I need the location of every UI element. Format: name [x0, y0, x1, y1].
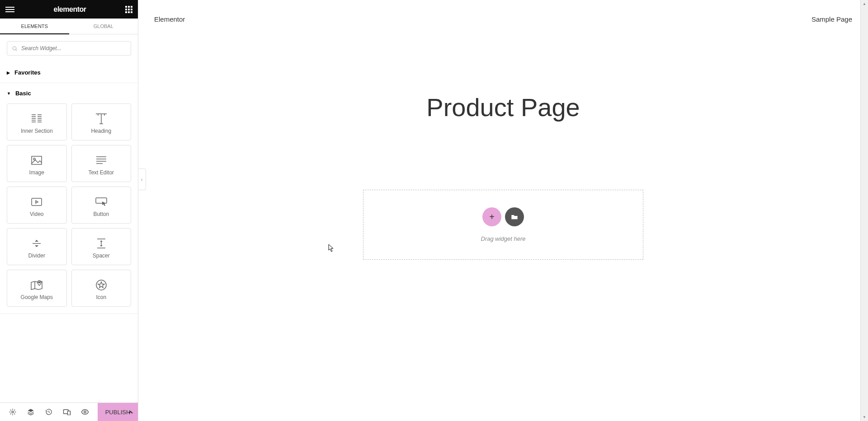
widget-label: Spacer: [93, 253, 110, 259]
svg-point-18: [33, 158, 35, 160]
page-title: Product Page: [138, 93, 868, 122]
svg-marker-24: [36, 201, 38, 203]
settings-icon[interactable]: [4, 403, 22, 421]
button-icon: [95, 193, 108, 211]
google-maps-icon: [30, 276, 43, 294]
divider-icon: [32, 234, 42, 253]
chevron-down-icon: ▼: [7, 91, 11, 96]
drop-text: Drag widget here: [481, 235, 526, 242]
widget-button[interactable]: Button: [71, 187, 132, 224]
svg-line-1: [16, 49, 17, 51]
chevron-up-icon[interactable]: [128, 409, 133, 416]
chevron-right-icon: ▶: [7, 70, 10, 75]
heading-icon: [95, 110, 108, 128]
svg-point-38: [12, 411, 14, 413]
svg-point-35: [39, 282, 40, 283]
history-icon[interactable]: [40, 403, 58, 421]
basic-label: Basic: [15, 90, 31, 97]
search-container: [0, 34, 138, 62]
sidebar-panel: elementor ELEMENTS GLOBAL ▶ Favorites ▼ …: [0, 0, 138, 421]
add-template-button[interactable]: [505, 207, 524, 226]
top-nav: Elementor Sample Page: [138, 0, 868, 38]
plus-icon: +: [489, 212, 495, 222]
tab-global[interactable]: GLOBAL: [69, 19, 138, 34]
scrollbar[interactable]: [860, 0, 868, 421]
basic-header[interactable]: ▼ Basic: [0, 83, 138, 103]
folder-icon: [511, 214, 518, 220]
widget-divider[interactable]: Divider: [7, 228, 67, 265]
widget-label: Heading: [91, 128, 111, 134]
nav-link-elementor[interactable]: Elementor: [154, 15, 185, 23]
widget-label: Google Maps: [21, 294, 53, 300]
search-box[interactable]: [7, 41, 131, 56]
logo: elementor: [54, 5, 86, 14]
category-favorites: ▶ Favorites: [0, 62, 138, 83]
widget-google-maps[interactable]: Google Maps: [7, 270, 67, 307]
sidebar-footer: PUBLISH: [0, 402, 138, 421]
widget-label: Icon: [96, 294, 106, 300]
publish-button[interactable]: PUBLISH: [98, 403, 138, 421]
widget-label: Divider: [28, 253, 45, 259]
widget-text-editor[interactable]: Text Editor: [71, 145, 132, 182]
widget-label: Video: [30, 211, 43, 217]
text-editor-icon: [95, 151, 107, 169]
widget-inner-section[interactable]: Inner Section: [7, 103, 67, 140]
responsive-icon[interactable]: [58, 403, 76, 421]
widget-icon[interactable]: Icon: [71, 270, 132, 307]
svg-marker-26: [35, 240, 38, 242]
video-icon: [31, 193, 42, 211]
drop-buttons: +: [482, 207, 524, 226]
widget-spacer[interactable]: Spacer: [71, 228, 132, 265]
preview-icon[interactable]: [76, 403, 94, 421]
add-section-button[interactable]: +: [482, 207, 501, 226]
favorites-header[interactable]: ▶ Favorites: [0, 62, 138, 83]
svg-rect-40: [68, 411, 71, 415]
widget-heading[interactable]: Heading: [71, 103, 132, 140]
svg-marker-30: [100, 240, 103, 242]
collapse-panel-handle[interactable]: ‹: [138, 168, 146, 190]
svg-rect-23: [32, 198, 42, 206]
widget-label: Button: [93, 211, 109, 217]
cursor-icon: [328, 244, 335, 254]
category-basic: ▼ Basic Inner Section: [0, 83, 138, 314]
sidebar-header: elementor: [0, 0, 138, 19]
navigator-icon[interactable]: [22, 403, 40, 421]
svg-marker-37: [98, 282, 104, 288]
search-icon: [12, 46, 18, 51]
panel-tabs: ELEMENTS GLOBAL: [0, 19, 138, 34]
publish-label: PUBLISH: [105, 409, 131, 416]
svg-marker-32: [100, 245, 103, 247]
apps-icon[interactable]: [125, 6, 132, 13]
widgets-grid: Inner Section Heading: [0, 103, 138, 313]
spacer-icon: [96, 234, 106, 253]
widget-label: Inner Section: [21, 128, 53, 134]
svg-marker-28: [35, 245, 38, 247]
tab-elements[interactable]: ELEMENTS: [0, 19, 69, 34]
favorites-label: Favorites: [14, 69, 41, 76]
search-input[interactable]: [21, 45, 126, 51]
widget-video[interactable]: Video: [7, 187, 67, 224]
menu-icon[interactable]: [5, 7, 14, 12]
icon-icon: [95, 276, 107, 294]
svg-point-41: [84, 411, 86, 413]
widget-label: Text Editor: [88, 169, 114, 176]
svg-rect-25: [96, 198, 107, 203]
svg-rect-17: [32, 156, 42, 164]
widget-image[interactable]: Image: [7, 145, 67, 182]
svg-point-0: [13, 47, 16, 50]
nav-link-sample-page[interactable]: Sample Page: [811, 15, 852, 23]
preview-area: ‹ Elementor Sample Page Product Page + D…: [138, 0, 868, 421]
image-icon: [31, 151, 42, 169]
drop-zone[interactable]: + Drag widget here: [363, 190, 643, 260]
inner-section-icon: [31, 110, 42, 128]
footer-icons: [0, 403, 98, 421]
widget-label: Image: [29, 169, 44, 176]
